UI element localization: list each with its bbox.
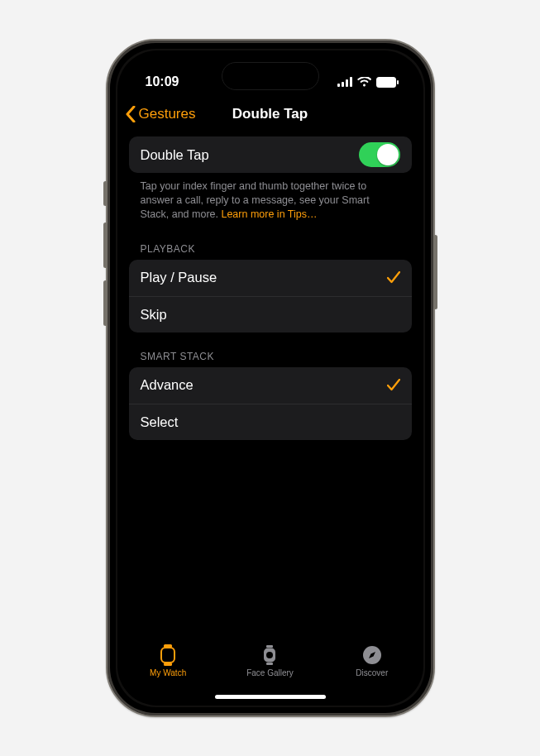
- option-label: Select: [141, 414, 179, 430]
- volume-up-button: [103, 222, 108, 268]
- checkmark-icon: [387, 379, 400, 391]
- watch-icon: [160, 644, 175, 666]
- volume-down-button: [103, 280, 108, 326]
- tab-label: Discover: [356, 668, 388, 677]
- settings-content[interactable]: Double Tap Tap your index finger and thu…: [117, 132, 423, 639]
- playback-group: Play / Pause Skip: [129, 260, 412, 333]
- chevron-left-icon: [126, 106, 136, 122]
- option-label: Play / Pause: [141, 270, 217, 285]
- playback-option-skip[interactable]: Skip: [129, 296, 412, 333]
- svg-rect-4: [376, 77, 396, 88]
- tab-discover[interactable]: Discover: [322, 644, 423, 677]
- svg-rect-5: [397, 80, 399, 84]
- option-label: Skip: [141, 307, 167, 323]
- back-label: Gestures: [139, 106, 196, 122]
- tab-face-gallery[interactable]: Face Gallery: [219, 644, 320, 677]
- svg-rect-9: [266, 645, 273, 648]
- screen: 10:09: [117, 50, 423, 706]
- tab-label: My Watch: [150, 668, 186, 677]
- home-indicator[interactable]: [215, 695, 326, 699]
- smart-stack-header: SMART STACK: [129, 333, 412, 367]
- page-title: Double Tap: [232, 106, 308, 122]
- svg-rect-3: [350, 77, 352, 87]
- iphone-frame: 10:09: [106, 39, 435, 717]
- double-tap-toggle-row[interactable]: Double Tap: [129, 136, 412, 173]
- status-time: 10:09: [146, 74, 179, 89]
- tab-my-watch[interactable]: My Watch: [117, 644, 218, 677]
- playback-option-play-pause[interactable]: Play / Pause: [129, 260, 412, 296]
- svg-rect-0: [337, 84, 340, 87]
- tab-label: Face Gallery: [246, 668, 294, 677]
- playback-header: PLAYBACK: [129, 225, 412, 260]
- compass-icon: [362, 644, 382, 666]
- svg-rect-2: [346, 79, 348, 87]
- status-icons: [337, 77, 399, 88]
- learn-more-link[interactable]: Learn more in Tips…: [221, 208, 317, 220]
- checkmark-icon: [387, 271, 400, 284]
- toggle-label: Double Tap: [141, 147, 209, 163]
- main-toggle-group: Double Tap: [129, 136, 412, 173]
- svg-rect-1: [342, 82, 344, 87]
- svg-rect-8: [161, 648, 174, 663]
- dynamic-island: [222, 62, 319, 90]
- smart-stack-option-advance[interactable]: Advance: [129, 367, 412, 404]
- switch-knob: [377, 144, 399, 165]
- battery-icon: [376, 77, 399, 88]
- nav-bar: Gestures Double Tap: [117, 97, 423, 132]
- power-button: [433, 235, 437, 309]
- double-tap-switch[interactable]: [359, 142, 400, 167]
- main-toggle-footer: Tap your index finger and thumb together…: [129, 173, 412, 225]
- back-button[interactable]: Gestures: [126, 106, 196, 122]
- side-button: [103, 181, 108, 206]
- svg-rect-10: [266, 663, 273, 665]
- svg-point-12: [266, 652, 273, 658]
- wifi-icon: [357, 77, 371, 87]
- gallery-icon: [262, 644, 277, 666]
- smart-stack-option-select[interactable]: Select: [129, 404, 412, 440]
- cellular-icon: [337, 77, 352, 87]
- smart-stack-group: Advance Select: [129, 367, 412, 440]
- option-label: Advance: [141, 377, 194, 393]
